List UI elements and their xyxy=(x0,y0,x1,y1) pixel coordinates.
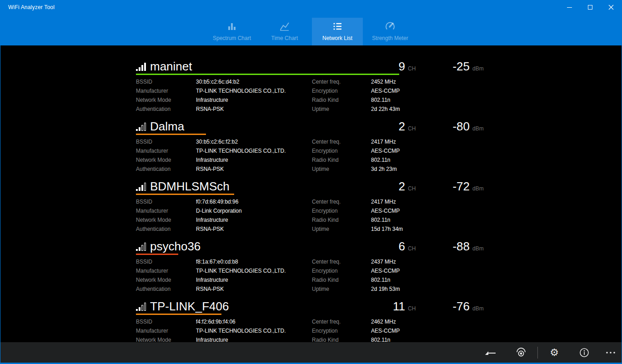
signal-unit: dBm xyxy=(472,305,484,312)
signal-bars-icon xyxy=(136,303,146,311)
signal-bars-icon xyxy=(136,183,146,191)
manufacturer-label: Manufacturer xyxy=(136,328,196,334)
network-mode-label: Network Mode xyxy=(136,217,196,223)
encryption-label: Encryption xyxy=(312,88,371,94)
radio-kind-value: 802.11n xyxy=(371,97,400,103)
center-freq-value: 2417 MHz xyxy=(371,139,400,145)
signal-strength-underline xyxy=(136,254,178,255)
authentication-label: Authentication xyxy=(136,106,196,112)
titlebar: WiFi Analyzer Tool xyxy=(0,0,622,15)
manufacturer-value: TP-LINK TECHNOLOGIES CO.,LTD. xyxy=(196,328,312,334)
manufacturer-label: Manufacturer xyxy=(136,268,196,274)
encryption-label: Encryption xyxy=(312,268,371,274)
network-mode-value: Infrastructure xyxy=(196,157,312,163)
uptime-value: 15d 17h 34m xyxy=(371,226,403,232)
authentication-value: RSNA-PSK xyxy=(196,166,312,172)
signal-group: -88 dBm xyxy=(427,240,484,253)
tab-bar: Spectrum Chart Time Chart Network List xyxy=(0,15,622,45)
line-chart-icon xyxy=(279,21,291,32)
uptime-label: Uptime xyxy=(312,286,371,292)
network-mode-value: Infrastructure xyxy=(196,337,312,342)
tab-label: Network List xyxy=(322,35,352,41)
radio-kind-value: 802.11n xyxy=(371,157,400,163)
signal-unit: dBm xyxy=(472,185,484,192)
authentication-label: Authentication xyxy=(136,286,196,292)
bssid-label: BSSID xyxy=(136,259,196,265)
list-icon xyxy=(331,21,343,32)
bssid-label: BSSID xyxy=(136,139,196,145)
tab-label: Spectrum Chart xyxy=(213,35,251,41)
network-entry[interactable]: maninet 9 CH -25 dBm BSSID 30:b5:c2:6c:d… xyxy=(136,59,495,119)
radio-kind-value: 802.11n xyxy=(371,337,400,342)
network-details: BSSID f4:f2:6d:9b:f4:06 Manufacturer TP-… xyxy=(136,317,495,342)
radio-kind-label: Radio Kind xyxy=(312,97,371,103)
uptime-value: 2d 22h 43m xyxy=(371,106,400,112)
center-freq-label: Center freq. xyxy=(312,259,371,265)
network-entry[interactable]: psycho36 6 CH -88 dBm BSSID f8:1a:67:e0:… xyxy=(136,239,495,299)
network-header: maninet 9 CH -25 dBm xyxy=(136,59,495,73)
network-entry[interactable]: TP-LINK_F406 11 CH -76 dBm BSSID f4:f2:6… xyxy=(136,299,495,342)
channel-unit: CH xyxy=(408,125,416,132)
uptime-label: Uptime xyxy=(312,166,371,172)
channel-unit: CH xyxy=(408,65,416,72)
maximize-icon xyxy=(588,5,592,10)
minimize-button[interactable] xyxy=(559,0,580,15)
network-mode-value: Infrastructure xyxy=(196,97,312,103)
manufacturer-value: D-Link Corporation xyxy=(196,208,312,214)
minimize-icon xyxy=(567,7,572,8)
manufacturer-label: Manufacturer xyxy=(136,148,196,154)
encryption-label: Encryption xyxy=(312,208,371,214)
tab-spectrum-chart[interactable]: Spectrum Chart xyxy=(206,18,257,45)
center-freq-label: Center freq. xyxy=(312,319,371,325)
network-header: TP-LINK_F406 11 CH -76 dBm xyxy=(136,299,495,313)
app-window: WiFi Analyzer Tool Spectrum Chart xyxy=(0,0,622,364)
signal-dbm: -76 xyxy=(427,300,470,313)
monitor-eye-icon xyxy=(515,347,527,358)
tab-network-list[interactable]: Network List xyxy=(312,18,363,45)
tab-strength-meter[interactable]: Strength Meter xyxy=(365,18,416,45)
monitor-button[interactable] xyxy=(510,342,532,363)
network-ssid: psycho36 xyxy=(150,240,201,253)
uptime-label: Uptime xyxy=(312,106,371,112)
network-details: BSSID 30:b5:c2:6c:d4:b2 Manufacturer TP-… xyxy=(136,77,495,114)
radio-kind-value: 802.11n xyxy=(371,217,403,223)
close-button[interactable] xyxy=(601,0,622,15)
encryption-value: AES-CCMP xyxy=(371,268,400,274)
more-options-button[interactable] xyxy=(600,342,622,363)
manufacturer-value: TP-LINK TECHNOLOGIES CO.,LTD. xyxy=(196,268,312,274)
network-entry[interactable]: BDMHLSMSch 2 CH -72 dBm BSSID f0:7d:68:4… xyxy=(136,179,495,239)
signal-dbm: -72 xyxy=(427,180,470,193)
threshold-button[interactable] xyxy=(479,342,501,363)
bar-chart-icon xyxy=(226,21,238,32)
signal-strength-underline xyxy=(136,74,399,75)
network-ssid: Dalma xyxy=(150,120,184,133)
uptime-value: 3d 2h 23m xyxy=(371,166,400,172)
settings-button[interactable]: ⚙ xyxy=(543,342,565,363)
info-button[interactable] xyxy=(573,342,595,363)
tab-time-chart[interactable]: Time Chart xyxy=(259,18,310,45)
radio-kind-label: Radio Kind xyxy=(312,217,371,223)
network-list[interactable]: maninet 9 CH -25 dBm BSSID 30:b5:c2:6c:d… xyxy=(0,45,622,342)
authentication-value: RSNA-PSK xyxy=(196,106,312,112)
network-mode-label: Network Mode xyxy=(136,97,196,103)
network-mode-label: Network Mode xyxy=(136,277,196,283)
encryption-value: AES-CCMP xyxy=(371,328,400,334)
network-header: psycho36 6 CH -88 dBm xyxy=(136,239,495,253)
threshold-icon xyxy=(484,349,496,356)
network-mode-label: Network Mode xyxy=(136,157,196,163)
command-bar-separator xyxy=(537,347,538,359)
network-entry[interactable]: Dalma 2 CH -80 dBm BSSID 30:b5:c2:6c:f2:… xyxy=(136,119,495,179)
gear-icon: ⚙ xyxy=(550,348,559,358)
channel-number: 9 xyxy=(363,60,405,73)
radio-kind-value: 802.11n xyxy=(371,277,400,283)
channel-number: 6 xyxy=(363,240,405,253)
info-icon xyxy=(579,347,590,358)
window-title: WiFi Analyzer Tool xyxy=(8,4,55,10)
manufacturer-value: TP-LINK TECHNOLOGIES CO.,LTD. xyxy=(196,148,312,154)
maximize-button[interactable] xyxy=(580,0,601,15)
signal-group: -72 dBm xyxy=(427,180,484,193)
bssid-value: f0:7d:68:49:bd:96 xyxy=(196,199,312,205)
signal-group: -80 dBm xyxy=(427,120,484,133)
channel-unit: CH xyxy=(408,185,416,192)
bssid-value: f4:f2:6d:9b:f4:06 xyxy=(196,319,312,325)
